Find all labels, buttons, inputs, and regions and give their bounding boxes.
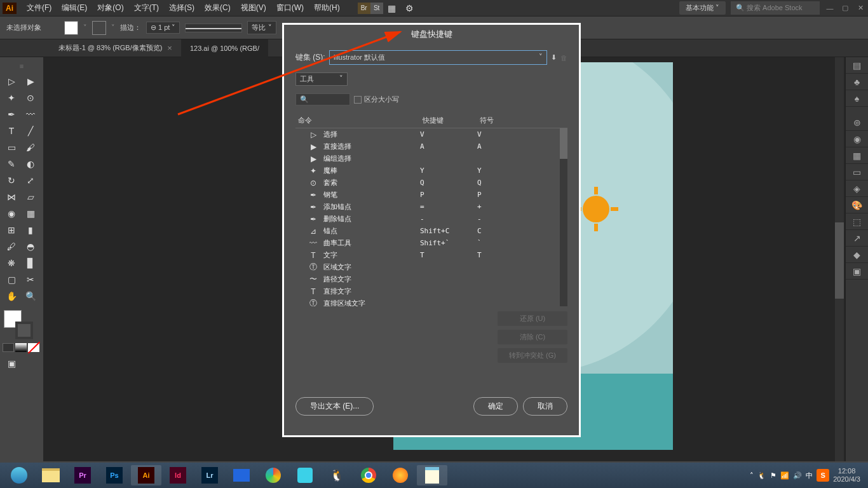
cancel-button[interactable]: 取消 <box>523 397 567 416</box>
tray-chevron-icon[interactable]: ˄ <box>750 471 754 480</box>
panel-properties-icon[interactable]: ▤ <box>846 57 868 74</box>
taskbar-notepad-icon[interactable] <box>417 465 447 485</box>
menu-edit[interactable]: 编辑(E) <box>57 3 92 13</box>
panel-cc-icon[interactable]: ⊚ <box>846 114 868 131</box>
minimize-icon[interactable]: — <box>825 4 835 12</box>
taskbar-qq-icon[interactable]: 🐧 <box>322 465 352 485</box>
shapebuilder-tool[interactable]: ◉ <box>3 206 20 221</box>
stroke-style[interactable] <box>185 24 242 32</box>
graph-tool[interactable]: ▊ <box>22 255 39 271</box>
zoom-tool[interactable]: 🔍 <box>22 288 39 304</box>
color-selector[interactable] <box>3 310 41 342</box>
slice-tool[interactable]: ✂ <box>22 272 39 287</box>
taskbar-ball-icon[interactable] <box>258 465 288 485</box>
selection-tool[interactable]: ▷ <box>3 74 20 89</box>
shortcut-row[interactable]: ✒添加锚点=+ <box>295 201 567 213</box>
menu-type[interactable]: 文字(T) <box>129 3 164 13</box>
taskbar-illustrator-icon[interactable]: Ai <box>131 465 161 485</box>
shortcut-group-dropdown[interactable]: 工具˅ <box>295 72 348 86</box>
uniform-dropdown[interactable]: 等比 ˅ <box>247 21 276 34</box>
width-tool[interactable]: ⋈ <box>3 189 20 205</box>
panel-graphic-styles-icon[interactable]: ▣ <box>846 263 868 280</box>
doc-tab[interactable]: 123.ai @ 100% (RGB/ <box>181 39 268 57</box>
panel-brushes-icon[interactable]: ▭ <box>846 164 868 180</box>
taskbar-chrome-icon[interactable] <box>353 465 384 485</box>
taskbar-photoshop-icon[interactable]: Ps <box>99 465 130 485</box>
menu-effect[interactable]: 效果(C) <box>200 3 236 13</box>
shortcut-row[interactable]: ▶直接选择AA <box>295 140 567 152</box>
toolbox-handle-icon[interactable]: ≡ <box>20 62 24 70</box>
lasso-tool[interactable]: ⊙ <box>22 90 39 105</box>
shortcut-row[interactable]: ✒删除锚点-- <box>295 213 567 225</box>
ok-button[interactable]: 确定 <box>473 397 518 416</box>
scroll-thumb[interactable] <box>835 222 844 299</box>
shortcut-row[interactable]: ⊙套索QQ <box>295 177 567 189</box>
artboard-tool[interactable]: ▢ <box>3 272 20 287</box>
close-icon[interactable]: ✕ <box>855 4 865 12</box>
panel-gradient-icon[interactable]: ⬚ <box>846 214 868 230</box>
line-tool[interactable]: ╱ <box>22 123 39 139</box>
panel-color-icon[interactable]: ◉ <box>846 131 868 147</box>
taskbar-browser-icon[interactable] <box>4 465 34 485</box>
panel-symbols-icon[interactable]: ◈ <box>846 180 868 197</box>
none-mode[interactable] <box>28 343 39 352</box>
menu-window[interactable]: 窗口(W) <box>271 3 309 13</box>
case-sensitive-checkbox[interactable]: 区分大小写 <box>354 95 399 104</box>
taskbar-mascot-icon[interactable] <box>290 465 320 485</box>
pen-tool[interactable]: ✒ <box>3 107 20 122</box>
workspace-switcher[interactable]: 基本功能 ˅ <box>679 1 726 15</box>
rotate-tool[interactable]: ↻ <box>3 173 20 188</box>
tray-ime-icon[interactable]: 中 <box>806 471 813 480</box>
taskbar-app-icon[interactable] <box>226 465 257 485</box>
menu-file[interactable]: 文件(F) <box>22 3 57 13</box>
magic-wand-tool[interactable]: ✦ <box>3 90 20 105</box>
shortcut-row[interactable]: 〜路径文字 <box>295 273 567 285</box>
shortcut-row[interactable]: Ⓣ直排区域文字 <box>295 297 567 306</box>
color-mode[interactable] <box>3 343 14 352</box>
gpu-icon[interactable]: ⚙ <box>401 1 419 16</box>
shaper-tool[interactable]: ✎ <box>3 156 20 172</box>
eyedropper-tool[interactable]: 🖋 <box>3 239 20 254</box>
vertical-scrollbar[interactable] <box>835 57 844 461</box>
tray-volume-icon[interactable]: 🔊 <box>793 471 802 480</box>
shortcut-row[interactable]: ▶编组选择 <box>295 152 567 165</box>
shortcut-row[interactable]: T文字TT <box>295 249 567 261</box>
type-tool[interactable]: T <box>3 123 20 139</box>
menu-object[interactable]: 对象(O) <box>92 3 128 13</box>
shortcut-row[interactable]: 〰曲率工具Shift+`` <box>295 237 567 249</box>
stroke-swatch[interactable] <box>92 21 106 35</box>
fill-swatch[interactable] <box>64 21 78 35</box>
screen-mode[interactable]: ▣ <box>3 356 20 371</box>
doc-tab[interactable]: 未标题-1 @ 83% (RGB/像素预览)× <box>50 39 181 57</box>
shortcut-row[interactable]: ▷选择VV <box>295 128 567 140</box>
free-transform-tool[interactable]: ▱ <box>22 189 39 205</box>
stock-icon[interactable]: St <box>370 3 383 14</box>
shortcut-row[interactable]: ⊿锚点Shift+CC <box>295 225 567 237</box>
tray-sogou-icon[interactable]: S <box>817 469 829 482</box>
blend-tool[interactable]: ◓ <box>22 239 39 254</box>
taskbar-explorer-icon[interactable] <box>36 465 66 485</box>
col-shortcut[interactable]: 快捷键 <box>423 116 480 125</box>
bridge-icon[interactable]: Br <box>358 3 370 14</box>
stroke-weight-input[interactable]: ⊖ 1 pt ˅ <box>146 22 180 34</box>
gradient-tool[interactable]: ▮ <box>22 222 39 238</box>
col-symbol[interactable]: 符号 <box>480 116 518 125</box>
taskbar-firefox-icon[interactable] <box>385 465 416 485</box>
symbol-spray-tool[interactable]: ❋ <box>3 255 20 271</box>
hand-tool[interactable]: ✋ <box>3 288 20 304</box>
tray-network-icon[interactable]: 📶 <box>780 471 789 480</box>
shortcut-search[interactable]: 🔍 <box>295 93 350 105</box>
rectangle-tool[interactable]: ▭ <box>3 140 20 155</box>
taskbar-clock[interactable]: 12:082020/4/3 <box>833 467 860 484</box>
brush-tool[interactable]: 🖌 <box>22 140 39 155</box>
panel-transparency-icon[interactable]: ↗ <box>846 230 868 247</box>
scale-tool[interactable]: ⤢ <box>22 173 39 188</box>
curvature-tool[interactable]: 〰 <box>22 107 39 122</box>
panel-swatches-icon[interactable]: ▦ <box>846 147 868 164</box>
keyset-dropdown[interactable]: Illustrator 默认值˅ <box>329 50 547 65</box>
shortcut-row[interactable]: ✦魔棒YY <box>295 165 567 177</box>
stock-search[interactable]: 🔍 搜索 Adobe Stock <box>731 1 820 15</box>
panel-layers-icon[interactable]: ♠ <box>846 90 868 107</box>
tray-action-icon[interactable]: ⚑ <box>770 471 776 480</box>
arrange-icon[interactable]: ▦ <box>383 1 401 16</box>
